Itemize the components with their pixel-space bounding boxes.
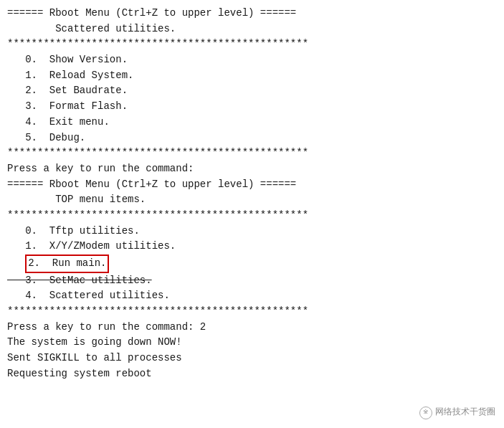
terminal-line-l15: ****************************************… (7, 208, 497, 224)
terminal-line-l14: TOP menu items. (7, 192, 497, 208)
terminal-line-l4: 0. Show Version. (7, 52, 497, 68)
terminal-line-l21: ****************************************… (7, 304, 497, 320)
terminal-line-l20: 4. Scattered utilities. (7, 288, 497, 304)
terminal-line-l3: ****************************************… (7, 37, 497, 52)
terminal-line-l24: The system is going down NOW! (7, 335, 497, 351)
strikethrough-text: 3. SetMac utilities. (7, 275, 152, 286)
terminal-line-l13: ====== Rboot Menu (Ctrl+Z to upper level… (7, 177, 497, 193)
terminal-line-l8: 4. Exit menu. (7, 115, 497, 130)
watermark: ※ 网络技术干货圈 (419, 406, 495, 419)
terminal-line-l18: 2. Run main. (7, 255, 497, 273)
watermark-icon: ※ (419, 406, 432, 419)
terminal-line-l9: 5. Debug. (7, 130, 497, 146)
terminal-output: ====== Rboot Menu (Ctrl+Z to upper level… (7, 6, 497, 382)
terminal-line-l16: 0. Tftp utilities. (7, 224, 497, 239)
terminal-line-l2: Scattered utilities. (7, 22, 497, 37)
terminal-line-l25: Sent SIGKILL to all processes (7, 351, 497, 366)
terminal-line-l19: 3. SetMac utilities. (7, 273, 497, 289)
terminal-line-l26: Requesting system reboot (7, 366, 497, 382)
terminal-window: ====== Rboot Menu (Ctrl+Z to upper level… (0, 0, 504, 428)
terminal-line-l10: ****************************************… (7, 146, 497, 161)
terminal-line-l11: Press a key to run the command: (7, 161, 497, 177)
highlighted-item: 2. Run main. (25, 255, 109, 273)
terminal-line-l7: 3. Format Flash. (7, 99, 497, 115)
terminal-line-l5: 1. Reload System. (7, 68, 497, 84)
terminal-line-l17: 1. X/Y/ZModem utilities. (7, 239, 497, 255)
watermark-text: 网络技术干货圈 (435, 406, 495, 419)
terminal-line-l6: 2. Set Baudrate. (7, 83, 497, 99)
terminal-line-l22: Press a key to run the command: 2 (7, 320, 497, 336)
terminal-line-l1: ====== Rboot Menu (Ctrl+Z to upper level… (7, 6, 497, 22)
